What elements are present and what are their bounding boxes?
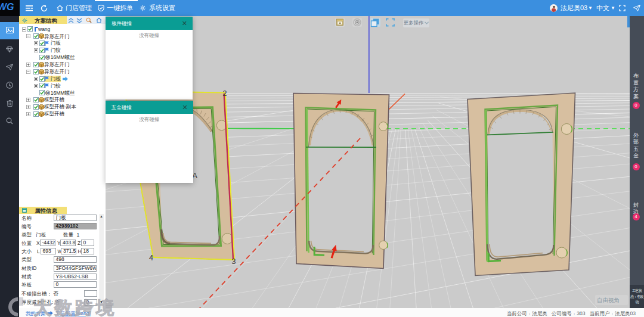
svg-text:3: 3	[232, 257, 236, 266]
svg-text:A: A	[193, 172, 198, 180]
svg-text:M: M	[46, 91, 48, 95]
svg-text:2: 2	[223, 89, 227, 98]
svg-text:M: M	[46, 55, 48, 59]
svg-text:4: 4	[149, 254, 153, 262]
